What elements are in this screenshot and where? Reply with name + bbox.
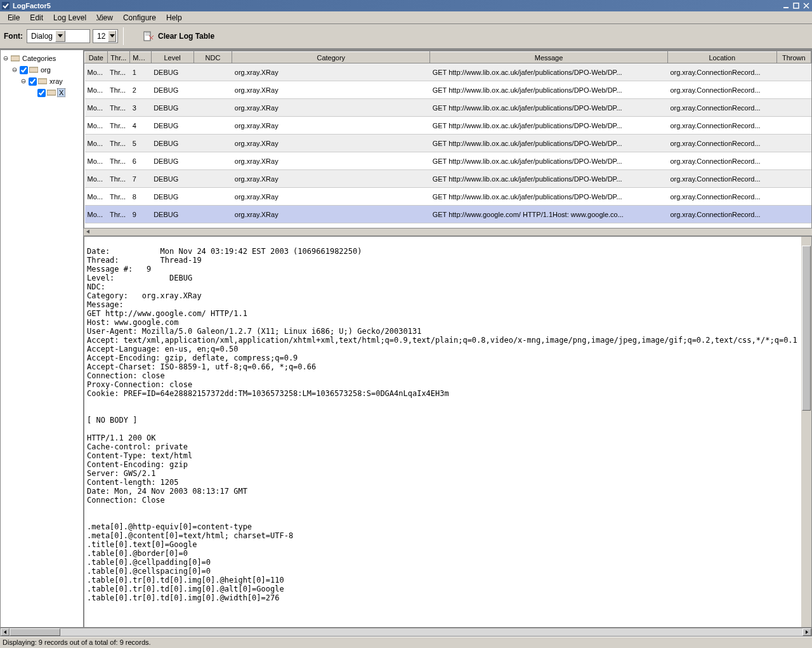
table-cell-date: Mo... — [85, 63, 108, 81]
close-button[interactable] — [802, 1, 811, 10]
menubar: File Edit Log Level View Configure Help — [0, 11, 812, 24]
table-cell-category: org.xray.XRay — [232, 170, 430, 188]
tree-node-x-label: X — [57, 88, 65, 97]
table-cell-location: org.xray.ConnectionRecord... — [667, 206, 776, 223]
scroll-left-arrow-icon[interactable] — [1, 628, 10, 636]
table-cell-message: GET http://www.lib.ox.ac.uk/jafer/public… — [430, 188, 668, 206]
table-cell-location: org.xray.ConnectionRecord... — [667, 188, 776, 206]
col-category[interactable]: Category — [232, 52, 430, 63]
detail-top-scrollbar[interactable] — [84, 228, 812, 236]
clear-log-button[interactable]: Clear Log Table — [139, 28, 218, 44]
table-cell-thrown — [776, 99, 811, 117]
col-thread[interactable]: Thr... — [107, 52, 130, 63]
scrollbar-thumb[interactable] — [802, 246, 811, 411]
log-detail-panel[interactable]: Date: Mon Nov 24 03:19:42 EST 2003 (1069… — [84, 236, 812, 628]
col-ndc[interactable]: NDC — [193, 52, 232, 63]
table-cell-ndc — [193, 188, 232, 206]
table-cell-msg: 5 — [130, 135, 151, 152]
table-cell-thrown — [776, 188, 811, 206]
toolbar-separator — [123, 27, 124, 45]
table-row[interactable]: Mo...Thr...3DEBUGorg.xray.XRayGET http:/… — [85, 99, 811, 117]
table-cell-message: GET http://www.lib.ox.ac.uk/jafer/public… — [430, 81, 668, 99]
tree-expand-icon[interactable] — [20, 79, 27, 84]
table-cell-date: Mo... — [85, 170, 108, 188]
table-cell-level: DEBUG — [151, 99, 193, 117]
table-cell-ndc — [193, 99, 232, 117]
tree-node-x[interactable]: X — [2, 87, 82, 98]
menu-view[interactable]: View — [91, 12, 118, 23]
table-cell-ndc — [193, 206, 232, 223]
font-label: Font: — [4, 32, 23, 41]
table-row[interactable]: Mo...Thr...7DEBUGorg.xray.XRayGET http:/… — [85, 170, 811, 188]
detail-vertical-scrollbar[interactable] — [801, 237, 811, 627]
tree-checkbox-x[interactable] — [37, 89, 46, 97]
svg-rect-0 — [2, 2, 10, 10]
font-size-combo[interactable]: 12 — [93, 29, 118, 43]
table-cell-location: org.xray.ConnectionRecord... — [667, 81, 776, 99]
bottom-horizontal-scrollbar[interactable] — [0, 628, 812, 637]
categories-tree: Categories org xray X — [1, 50, 83, 627]
table-row[interactable]: Mo...Thr...8DEBUGorg.xray.XRayGET http:/… — [85, 188, 811, 206]
tree-node-org[interactable]: org — [2, 64, 82, 76]
log-table-container[interactable]: Date Thr... Mes... Level NDC Category Me… — [84, 51, 812, 228]
log-detail-text: Date: Mon Nov 24 03:19:42 EST 2003 (1069… — [87, 247, 797, 602]
categories-tree-panel: Categories org xray X — [0, 50, 84, 628]
col-message[interactable]: Message — [430, 52, 668, 63]
col-level[interactable]: Level — [151, 52, 193, 63]
clear-log-label: Clear Log Table — [158, 32, 214, 41]
table-cell-thread: Thr... — [107, 170, 130, 188]
minimize-button[interactable] — [782, 1, 790, 10]
table-cell-category: org.xray.XRay — [232, 117, 430, 135]
table-row[interactable]: Mo...Thr...4DEBUGorg.xray.XRayGET http:/… — [85, 117, 811, 135]
table-cell-location: org.xray.ConnectionRecord... — [667, 99, 776, 117]
table-row[interactable]: Mo...Thr...6DEBUGorg.xray.XRayGET http:/… — [85, 152, 811, 170]
table-cell-date: Mo... — [85, 135, 108, 152]
menu-loglevel[interactable]: Log Level — [48, 12, 91, 23]
menu-file[interactable]: File — [3, 12, 25, 23]
table-cell-message: GET http://www.lib.ox.ac.uk/jafer/public… — [430, 117, 668, 135]
main-area: Categories org xray X — [0, 50, 812, 628]
table-cell-thrown — [776, 206, 811, 223]
table-cell-category: org.xray.XRay — [232, 99, 430, 117]
col-message-num[interactable]: Mes... — [130, 52, 151, 63]
menu-edit[interactable]: Edit — [25, 12, 48, 23]
tree-expand-icon[interactable] — [2, 56, 10, 62]
tree-checkbox-xray[interactable] — [29, 77, 37, 86]
svg-rect-1 — [783, 7, 789, 8]
col-thrown[interactable]: Thrown — [776, 52, 811, 63]
col-date[interactable]: Date — [85, 52, 108, 63]
table-row[interactable]: Mo...Thr...9DEBUGorg.xray.XRayGET http:/… — [85, 206, 811, 223]
table-cell-level: DEBUG — [151, 206, 193, 223]
table-cell-level: DEBUG — [151, 81, 193, 99]
tree-node-xray[interactable]: xray — [2, 76, 82, 87]
table-cell-location: org.xray.ConnectionRecord... — [667, 117, 776, 135]
table-cell-location: org.xray.ConnectionRecord... — [667, 152, 776, 170]
tree-expand-icon[interactable] — [11, 67, 18, 73]
scrollbar-track[interactable] — [10, 628, 802, 636]
table-cell-date: Mo... — [85, 188, 108, 206]
table-cell-message: GET http://www.lib.ox.ac.uk/jafer/public… — [430, 63, 668, 81]
maximize-button[interactable] — [792, 1, 801, 10]
menu-help[interactable]: Help — [161, 12, 187, 23]
table-cell-msg: 9 — [130, 206, 151, 223]
window-title: LogFactor5 — [13, 2, 51, 10]
table-cell-message: GET http://www.lib.ox.ac.uk/jafer/public… — [430, 170, 668, 188]
statusbar: Displaying: 9 records out of a total of:… — [0, 637, 812, 648]
tree-root[interactable]: Categories — [2, 53, 82, 64]
scrollbar-thumb[interactable] — [10, 628, 60, 636]
table-row[interactable]: Mo...Thr...5DEBUGorg.xray.XRayGET http:/… — [85, 135, 811, 152]
font-combo[interactable]: Dialog — [27, 29, 90, 43]
tree-checkbox-org[interactable] — [20, 66, 28, 74]
table-cell-category: org.xray.XRay — [232, 188, 430, 206]
category-icon — [11, 55, 20, 62]
scroll-right-arrow-icon[interactable] — [802, 628, 811, 636]
menu-configure[interactable]: Configure — [118, 12, 161, 23]
table-row[interactable]: Mo...Thr...1DEBUGorg.xray.XRayGET http:/… — [85, 63, 811, 81]
table-cell-msg: 6 — [130, 152, 151, 170]
col-location[interactable]: Location — [667, 52, 776, 63]
clear-icon — [143, 30, 154, 42]
table-cell-date: Mo... — [85, 117, 108, 135]
table-row[interactable]: Mo...Thr...2DEBUGorg.xray.XRayGET http:/… — [85, 81, 811, 99]
table-cell-thrown — [776, 152, 811, 170]
table-cell-msg: 2 — [130, 81, 151, 99]
